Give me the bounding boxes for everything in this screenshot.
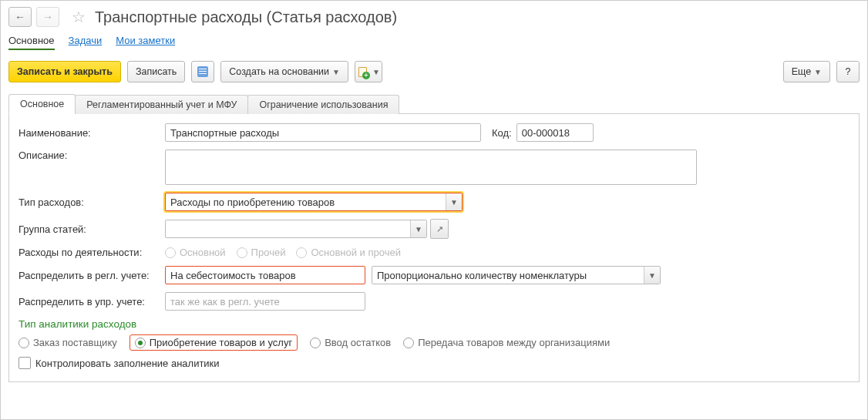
description-input[interactable] xyxy=(165,150,697,185)
activity-both-label: Основной и прочей xyxy=(311,247,401,258)
toolbar-right: Еще ▼ ? xyxy=(783,61,860,82)
header-row: ← → ☆ Транспортные расходы (Статья расхо… xyxy=(8,7,860,27)
analytics-section-title: Тип аналитики расходов xyxy=(19,318,849,330)
description-label: Описание: xyxy=(19,150,165,161)
article-group-select[interactable]: ▼ xyxy=(165,220,427,238)
expense-type-label: Тип расходов: xyxy=(19,197,165,208)
tab-main[interactable]: Основное xyxy=(8,94,76,114)
arrow-left-icon: ← xyxy=(15,11,25,23)
subnav-tasks[interactable]: Задачи xyxy=(69,35,103,50)
control-fill-label: Контролировать заполнение аналитики xyxy=(35,358,220,369)
form-panel: Наименование: Транспортные расходы Код: … xyxy=(8,114,860,382)
upr-label: Распределить в упр. учете: xyxy=(19,296,165,307)
row-description: Описание: xyxy=(19,150,849,185)
subnav-main[interactable]: Основное xyxy=(8,35,55,50)
row-expense-type: Тип расходов: Расходы по приобретению то… xyxy=(19,193,849,211)
code-input[interactable]: 00-000018 xyxy=(516,123,594,142)
article-group-label: Группа статей: xyxy=(19,223,165,235)
toolbar: Записать и закрыть Записать Создать на о… xyxy=(8,61,860,82)
arrow-right-icon: → xyxy=(42,11,53,23)
radio-icon xyxy=(135,338,146,348)
chevron-down-icon: ▼ xyxy=(372,68,380,76)
list-button[interactable] xyxy=(191,61,214,82)
regl-method-value: Пропорционально количеству номенклатуры xyxy=(372,270,644,281)
control-fill-checkbox[interactable] xyxy=(19,357,31,369)
chevron-down-icon[interactable]: ▼ xyxy=(446,193,462,210)
tabs: Основное Регламентированный учет и МФУ О… xyxy=(8,93,860,114)
radio-icon xyxy=(19,338,29,348)
activity-label: Расходы по деятельности: xyxy=(19,247,165,258)
nav-back-button[interactable]: ← xyxy=(8,7,32,27)
create-based-label: Создать на основании xyxy=(229,66,329,77)
regl-dest-value: На себестоимость товаров xyxy=(166,270,365,281)
analytics-transfer-label: Передача товаров между организациями xyxy=(418,337,610,348)
attach-button[interactable]: ▼ xyxy=(355,61,382,82)
save-button[interactable]: Записать xyxy=(127,61,185,82)
subnav-notes[interactable]: Мои заметки xyxy=(116,35,175,50)
analytics-radio-balance-entry[interactable]: Ввод остатков xyxy=(310,337,391,348)
activity-other-label: Прочей xyxy=(251,247,286,258)
analytics-radio-purchase[interactable]: Приобретение товаров и услуг xyxy=(130,334,298,351)
analytics-radio-supplier-order[interactable]: Заказ поставщику xyxy=(19,337,117,348)
save-label: Записать xyxy=(136,66,177,77)
favorite-star-icon[interactable]: ☆ xyxy=(72,8,86,26)
analytics-purchase-label: Приобретение товаров и услуг xyxy=(150,337,292,348)
activity-main-label: Основной xyxy=(180,247,226,258)
radio-icon xyxy=(165,247,176,258)
page-title: Транспортные расходы (Статья расходов) xyxy=(95,8,397,26)
nav-forward-button[interactable]: → xyxy=(36,7,59,27)
list-icon xyxy=(197,66,208,77)
radio-icon xyxy=(403,338,414,348)
row-article-group: Группа статей: ▼ ↗ xyxy=(19,219,849,239)
chevron-down-icon: ▼ xyxy=(332,68,340,76)
subnav: Основное Задачи Мои заметки xyxy=(8,35,860,50)
analytics-balance-entry-label: Ввод остатков xyxy=(325,337,391,348)
app-window: ← → ☆ Транспортные расходы (Статья расхо… xyxy=(0,0,868,420)
create-based-button[interactable]: Создать на основании ▼ xyxy=(220,61,348,82)
regl-dest-select[interactable]: На себестоимость товаров xyxy=(165,266,365,284)
tab-reg-accounting[interactable]: Регламентированный учет и МФУ xyxy=(75,95,248,114)
tab-usage-limit[interactable]: Ограничение использования xyxy=(247,95,399,114)
row-name: Наименование: Транспортные расходы Код: … xyxy=(19,123,849,142)
name-label: Наименование: xyxy=(19,127,165,139)
save-and-close-label: Записать и закрыть xyxy=(17,66,113,77)
activity-radio-both[interactable]: Основной и прочей xyxy=(296,247,401,258)
code-label: Код: xyxy=(492,127,512,139)
activity-radio-main[interactable]: Основной xyxy=(165,247,226,258)
attach-add-icon xyxy=(357,66,368,77)
save-and-close-button[interactable]: Записать и закрыть xyxy=(8,61,121,82)
row-upr-distribution: Распределить в упр. учете: так же как в … xyxy=(19,292,849,311)
radio-icon xyxy=(237,247,247,258)
activity-radio-other[interactable]: Прочей xyxy=(237,247,286,258)
control-fill-row: Контролировать заполнение аналитики xyxy=(19,357,849,369)
chevron-down-icon: ▼ xyxy=(814,68,822,76)
upr-dest-placeholder: так же как в регл. учете xyxy=(166,296,365,307)
analytics-supplier-order-label: Заказ поставщику xyxy=(33,337,117,348)
more-label: Еще xyxy=(792,66,811,77)
radio-icon xyxy=(310,338,321,348)
expense-type-value: Расходы по приобретению товаров xyxy=(166,197,446,208)
row-regl-distribution: Распределить в регл. учете: На себестоим… xyxy=(19,266,849,284)
regl-method-select[interactable]: Пропорционально количеству номенклатуры … xyxy=(372,266,661,284)
more-button[interactable]: Еще ▼ xyxy=(783,61,830,82)
regl-label: Распределить в регл. учете: xyxy=(19,270,165,281)
chevron-down-icon[interactable]: ▼ xyxy=(410,220,426,237)
upr-dest-select[interactable]: так же как в регл. учете xyxy=(165,292,365,311)
analytics-radio-transfer[interactable]: Передача товаров между организациями xyxy=(403,337,610,348)
chevron-down-icon[interactable]: ▼ xyxy=(644,267,660,284)
analytics-options-row: Заказ поставщику Приобретение товаров и … xyxy=(19,334,849,351)
name-input[interactable]: Транспортные расходы xyxy=(165,123,481,142)
help-icon: ? xyxy=(846,66,851,77)
expense-type-select[interactable]: Расходы по приобретению товаров ▼ xyxy=(165,193,463,211)
row-activity: Расходы по деятельности: Основной Прочей… xyxy=(19,247,849,258)
radio-icon xyxy=(296,247,307,258)
help-button[interactable]: ? xyxy=(836,61,860,82)
activity-options: Основной Прочей Основной и прочей xyxy=(165,247,401,258)
open-external-icon[interactable]: ↗ xyxy=(430,219,449,239)
